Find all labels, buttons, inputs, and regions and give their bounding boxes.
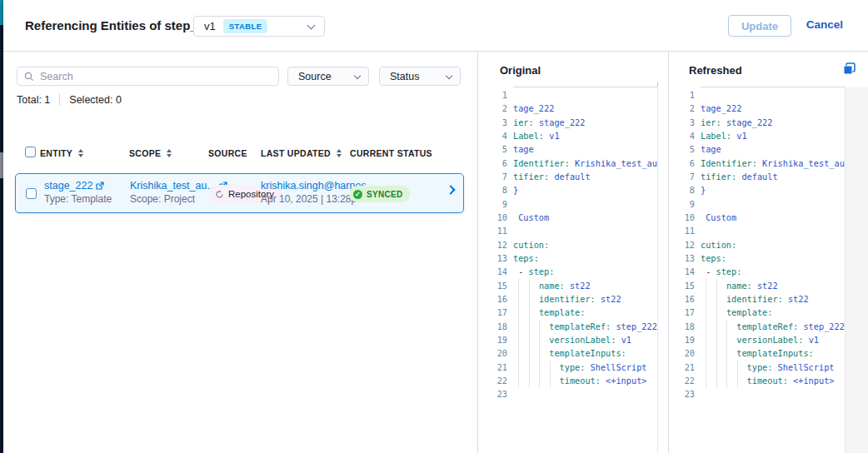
search-placeholder: Search xyxy=(40,71,73,82)
select-all-checkbox[interactable] xyxy=(25,147,36,157)
totals-bar: Total: 1 Selected: 0 xyxy=(17,93,122,106)
table-row[interactable]: stage_222 Type: Template Krishika_test_a… xyxy=(15,173,464,213)
indent-guide xyxy=(518,279,519,388)
cancel-button[interactable]: Cancel xyxy=(806,18,843,31)
referencing-entities-modal: Referencing Entities of step_222 v1 STAB… xyxy=(0,0,868,453)
divider xyxy=(59,93,60,106)
refreshed-title: Refreshed xyxy=(689,64,742,77)
entities-pane: Search Source Status Total: 1 Selected: … xyxy=(3,52,478,453)
status-filter-label: Status xyxy=(390,71,419,82)
indent-guide xyxy=(726,320,727,388)
source-filter-dropdown[interactable]: Source xyxy=(287,67,369,86)
search-input[interactable]: Search xyxy=(17,67,279,86)
diff-panel-refreshed: Refreshed 123456789101112131415161718192… xyxy=(668,52,868,453)
status-badge: ✓ SYNCED xyxy=(349,186,410,202)
column-header-scope[interactable]: SCOPE xyxy=(129,148,172,158)
row-chevron-right-icon[interactable] xyxy=(446,185,455,194)
check-circle-icon: ✓ xyxy=(353,190,362,199)
chevron-down-icon xyxy=(307,22,316,30)
source-filter-label: Source xyxy=(298,71,332,82)
entity-type: Type: Template xyxy=(44,193,112,205)
stable-badge: STABLE xyxy=(223,19,268,33)
search-icon xyxy=(24,72,34,82)
yaml-code-refreshed[interactable]: template: name: stage_222 identifier: st… xyxy=(701,88,845,401)
version-select[interactable]: v1 STABLE xyxy=(193,16,325,37)
column-header-last-updated[interactable]: LAST UPDATED xyxy=(261,148,342,158)
external-link-icon[interactable] xyxy=(96,182,104,190)
sort-icon[interactable] xyxy=(78,149,83,157)
editor-top-border xyxy=(513,87,657,87)
sort-icon[interactable] xyxy=(337,149,342,157)
chevron-down-icon xyxy=(446,72,452,79)
editor-margin-strip xyxy=(846,87,868,453)
status-filter-dropdown[interactable]: Status xyxy=(379,67,461,86)
modal-container: Referencing Entities of step_222 v1 STAB… xyxy=(3,0,868,453)
copy-icon[interactable] xyxy=(842,61,857,76)
line-numbers: 1234567891011121314151617181920212223 xyxy=(481,88,507,401)
indent-guide xyxy=(737,361,738,388)
entity-link[interactable]: stage_222 xyxy=(44,180,92,192)
row-checkbox[interactable] xyxy=(26,188,37,199)
indent-guide xyxy=(529,279,530,388)
column-header-source: SOURCE xyxy=(208,148,247,158)
column-header-entity[interactable]: ENTITY xyxy=(40,148,83,158)
original-title: Original xyxy=(500,64,541,77)
version-value: v1 xyxy=(204,20,216,32)
line-numbers: 1234567891011121314151617181920212223 xyxy=(669,88,695,401)
indent-guide xyxy=(706,279,706,388)
page-title: Referencing Entities of step_222 xyxy=(25,18,218,32)
repository-sync-icon xyxy=(215,190,224,199)
selected-count: Selected: 0 xyxy=(69,94,122,106)
yaml-diff-area: Original 1234567891011121314151617181920… xyxy=(481,52,868,453)
total-count: Total: 1 xyxy=(17,94,50,106)
column-header-current-status: CURRENT STATUS xyxy=(350,148,432,158)
modal-header: Referencing Entities of step_222 v1 STAB… xyxy=(3,0,868,52)
indent-guide xyxy=(550,361,551,388)
update-button[interactable]: Update xyxy=(728,15,791,37)
scope-link[interactable]: Krishika_test_au... xyxy=(130,180,216,192)
indent-guide xyxy=(539,320,540,388)
diff-panel-original: Original 1234567891011121314151617181920… xyxy=(481,52,668,453)
editor-top-border xyxy=(701,87,845,87)
sort-icon[interactable] xyxy=(167,149,172,157)
yaml-code-original[interactable]: template: name: stage_222 identifier: st… xyxy=(513,88,657,401)
indent-guide xyxy=(716,279,717,388)
editor-right-border xyxy=(657,87,658,453)
entity-cell: stage_222 Type: Template xyxy=(44,180,112,205)
chevron-down-icon xyxy=(354,72,361,79)
table-header: ENTITY SCOPE SOURCE LAST UPDATED CURRENT… xyxy=(3,145,478,163)
